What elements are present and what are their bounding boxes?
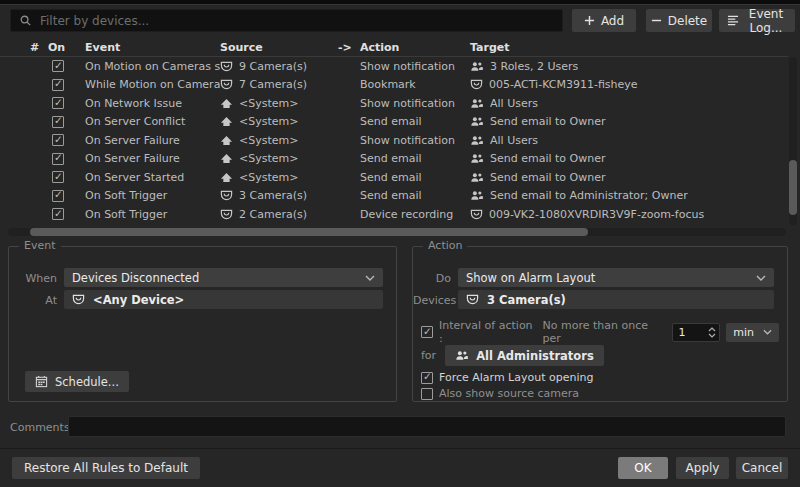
table-row[interactable]: On Soft Trigger2 Camera(s)Device recordi…	[0, 205, 788, 224]
interval-unit-dropdown[interactable]: min	[726, 323, 779, 342]
interval-label: Interval of action :	[439, 319, 537, 345]
col-action[interactable]: Action	[360, 41, 470, 54]
rule-event: On Soft Trigger	[85, 226, 220, 227]
when-value: Devices Disconnected	[72, 271, 199, 285]
table-row[interactable]: On Soft Trigger3 Camera(s)Send emailSend…	[0, 187, 788, 206]
rule-enabled-checkbox[interactable]	[52, 208, 64, 220]
col-source[interactable]: Source	[220, 41, 338, 54]
rule-target: 3 Roles, 2 Users	[470, 60, 788, 73]
schedule-button-label: Schedule...	[55, 375, 119, 389]
cancel-button[interactable]: Cancel	[736, 457, 788, 479]
rule-action: Show notification	[360, 134, 470, 147]
rule-event: On Server Conflict	[85, 115, 220, 128]
rule-enabled-checkbox[interactable]	[52, 134, 64, 146]
add-button[interactable]: Add	[572, 9, 636, 32]
rule-event: On Soft Trigger	[85, 189, 220, 202]
also-show-row: Also show source camera	[421, 387, 779, 400]
rule-source: 9 Camera(s)	[220, 60, 338, 73]
table-row[interactable]: On Soft Trigger3 Camera(s)Show notificat…	[0, 224, 788, 228]
ok-button[interactable]: OK	[618, 457, 668, 479]
rule-source: 3 Camera(s)	[220, 189, 338, 202]
force-alarm-row: Force Alarm Layout opening	[421, 371, 779, 384]
at-label: At	[9, 294, 57, 307]
rule-action: Bookmark	[360, 78, 470, 91]
col-target[interactable]: Target	[470, 41, 788, 54]
table-row[interactable]: On Motion on Cameras start9 Camera(s)Sho…	[0, 57, 788, 76]
rule-event: On Server Failure	[85, 152, 220, 165]
filter-input[interactable]: Filter by devices...	[10, 9, 563, 32]
schedule-button[interactable]: Schedule...	[25, 371, 129, 392]
restore-defaults-button[interactable]: Restore All Rules to Default	[12, 457, 200, 479]
col-event[interactable]: Event	[85, 41, 220, 54]
users-icon	[470, 171, 484, 184]
rule-enabled-checkbox[interactable]	[52, 60, 64, 72]
users-icon	[470, 60, 484, 73]
table-row[interactable]: On Network Issue<System>Show notificatio…	[0, 94, 788, 113]
vertical-scrollbar	[789, 57, 797, 225]
rule-enabled-checkbox[interactable]	[52, 190, 64, 202]
add-button-label: Add	[601, 14, 624, 28]
users-icon	[455, 349, 469, 362]
event-log-icon	[727, 15, 739, 26]
rule-source: 7 Camera(s)	[220, 78, 338, 91]
for-label: for	[421, 349, 436, 362]
chevron-down-icon	[756, 275, 766, 281]
users-icon	[470, 115, 484, 128]
window-top-edge	[0, 0, 800, 5]
apply-button[interactable]: Apply	[676, 457, 729, 479]
rule-source: <System>	[220, 97, 338, 110]
also-show-checkbox[interactable]	[421, 388, 433, 400]
rule-event: On Server Started	[85, 171, 220, 184]
table-row[interactable]: On Server Started<System>Send emailSend …	[0, 168, 788, 187]
delete-button-label: Delete	[668, 14, 707, 28]
action-panel: Action Do Show on Alarm Layout Devices 3…	[412, 246, 788, 402]
col-number[interactable]: #	[30, 41, 48, 54]
do-dropdown[interactable]: Show on Alarm Layout	[458, 268, 774, 287]
users-icon	[470, 134, 484, 147]
when-label: When	[9, 272, 57, 285]
rule-enabled-checkbox[interactable]	[52, 153, 64, 165]
camera-icon	[220, 208, 233, 221]
event-log-button-label: Event Log...	[745, 7, 787, 35]
do-value: Show on Alarm Layout	[466, 271, 595, 285]
rule-target: All Users	[470, 134, 788, 147]
interval-checkbox[interactable]	[421, 326, 433, 338]
rule-target: Send email to Owner	[470, 115, 788, 128]
table-row[interactable]: On Server Conflict<System>Send emailSend…	[0, 113, 788, 132]
when-dropdown[interactable]: Devices Disconnected	[64, 268, 383, 287]
for-users-button[interactable]: All Administrators	[445, 345, 604, 366]
rule-enabled-checkbox[interactable]	[52, 97, 64, 109]
search-icon	[19, 14, 32, 27]
vertical-scrollbar-thumb[interactable]	[789, 160, 797, 215]
users-icon	[470, 152, 484, 165]
rule-target: 005-ACTi-KCM3911-fisheye	[470, 78, 788, 91]
rule-action: Device recording	[360, 208, 470, 221]
system-icon	[220, 171, 233, 184]
rule-enabled-checkbox[interactable]	[52, 171, 64, 183]
camera-icon	[220, 60, 233, 73]
event-log-button[interactable]: Event Log...	[719, 9, 795, 32]
rule-target: All Administrators	[470, 226, 788, 227]
spin-down-icon[interactable]	[708, 333, 716, 338]
col-on[interactable]: On	[48, 41, 85, 54]
rule-enabled-checkbox[interactable]	[52, 116, 64, 128]
horizontal-scrollbar-thumb[interactable]	[30, 228, 588, 236]
at-device-button[interactable]: <Any Device>	[64, 290, 383, 309]
delete-button[interactable]: Delete	[646, 9, 712, 32]
system-icon	[220, 115, 233, 128]
rule-event: On Motion on Cameras start	[85, 60, 220, 73]
comments-input[interactable]	[68, 416, 786, 437]
system-icon	[220, 152, 233, 165]
interval-value-spinner[interactable]: 1	[672, 323, 721, 342]
force-alarm-checkbox[interactable]	[421, 372, 433, 384]
rule-action: Show notification	[360, 226, 470, 227]
devices-button[interactable]: 3 Camera(s)	[458, 290, 774, 309]
table-row[interactable]: On Server Failure<System>Send emailSend …	[0, 150, 788, 169]
table-row[interactable]: While Motion on Cameras7 Camera(s)Bookma…	[0, 76, 788, 95]
col-arrow: ->	[338, 41, 360, 54]
plus-icon	[584, 15, 595, 26]
spin-up-icon[interactable]	[708, 327, 716, 332]
chevron-down-icon	[365, 275, 375, 281]
table-row[interactable]: On Server Failure<System>Show notificati…	[0, 131, 788, 150]
rule-enabled-checkbox[interactable]	[52, 79, 64, 91]
